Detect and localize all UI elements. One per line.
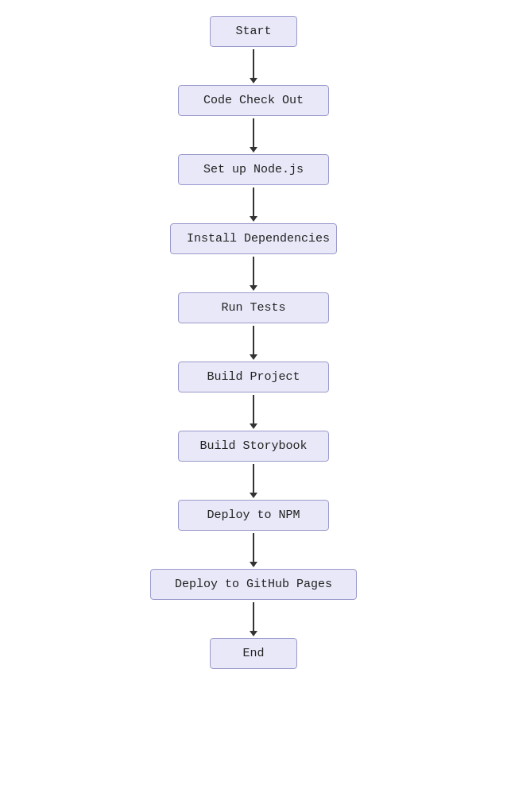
node-end[interactable]: End — [210, 638, 297, 669]
arrow-head — [250, 78, 257, 83]
arrow-1 — [250, 47, 257, 85]
node-deploy-github-pages[interactable]: Deploy to GitHub Pages — [150, 569, 357, 600]
node-build-project[interactable]: Build Project — [178, 362, 329, 392]
node-start[interactable]: Start — [210, 16, 297, 47]
arrow-5 — [250, 323, 257, 362]
node-setup-nodejs[interactable]: Set up Node.js — [178, 154, 329, 185]
arrow-9 — [250, 600, 257, 638]
arrow-head — [250, 354, 257, 360]
arrow-7 — [250, 462, 257, 500]
arrow-line — [253, 395, 254, 423]
arrow-line — [253, 464, 254, 493]
arrow-2 — [250, 116, 257, 154]
arrow-4 — [250, 254, 257, 292]
arrow-3 — [250, 185, 257, 223]
node-run-tests[interactable]: Run Tests — [178, 292, 329, 323]
arrow-head — [250, 285, 257, 291]
arrow-head — [250, 562, 257, 567]
arrow-8 — [250, 531, 257, 569]
arrow-head — [250, 493, 257, 498]
arrow-line — [253, 533, 254, 562]
arrow-line — [253, 118, 254, 147]
arrow-line — [253, 257, 254, 285]
node-build-storybook[interactable]: Build Storybook — [178, 431, 329, 462]
node-deploy-npm[interactable]: Deploy to NPM — [178, 500, 329, 531]
arrow-6 — [250, 392, 257, 431]
node-install-dependencies[interactable]: Install Dependencies — [170, 223, 337, 254]
node-code-checkout[interactable]: Code Check Out — [178, 85, 329, 116]
flowchart: Start Code Check Out Set up Node.js Inst… — [0, 16, 507, 669]
arrow-line — [253, 49, 254, 78]
arrow-head — [250, 631, 257, 636]
arrow-line — [253, 602, 254, 631]
arrow-head — [250, 216, 257, 222]
arrow-head — [250, 147, 257, 153]
arrow-line — [253, 326, 254, 354]
arrow-line — [253, 188, 254, 216]
arrow-head — [250, 423, 257, 429]
